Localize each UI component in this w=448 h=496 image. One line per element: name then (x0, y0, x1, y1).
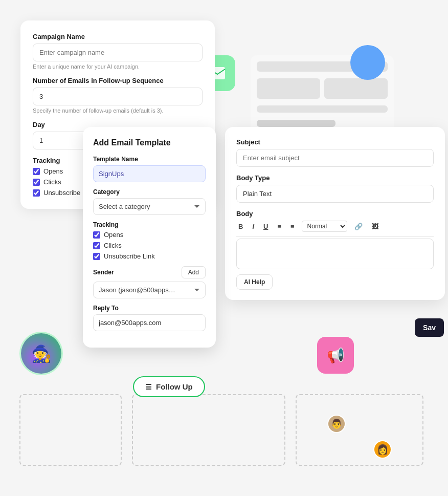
blue-circle-decoration (350, 45, 385, 80)
modal-title: Add Email Template (93, 138, 206, 147)
add-sender-button[interactable]: Add (182, 266, 206, 278)
sender-select[interactable]: Jason (jason@500apps… (93, 282, 206, 298)
preview-block-3 (324, 78, 388, 99)
sender-label: Sender (93, 269, 114, 276)
link-button[interactable]: 🔗 (352, 222, 365, 231)
modal-opens-label: Opens (104, 231, 123, 239)
modal-opens-checkbox[interactable] (93, 231, 100, 239)
modal-unsubscribe-checkbox[interactable] (93, 253, 100, 260)
unsubscribe-checkbox[interactable] (33, 189, 40, 197)
template-name-label: Template Name (93, 156, 206, 163)
body-type-select[interactable]: Plain Text (236, 185, 434, 203)
unsubscribe-label: Unsubscribe (43, 189, 80, 197)
format-select[interactable]: Normal Heading 1 Heading 2 (302, 221, 347, 232)
bold-button[interactable]: B (236, 222, 245, 231)
underline-button[interactable]: U (261, 222, 270, 231)
avatar-sm-2: 👩 (373, 440, 392, 459)
modal-clicks-checkbox[interactable] (93, 242, 100, 249)
opens-label: Opens (43, 167, 63, 175)
campaign-name-hint: Enter a unique name for your AI campaign… (33, 63, 203, 70)
ordered-list-button[interactable]: ≡ (275, 222, 283, 231)
subject-input[interactable] (236, 149, 434, 167)
modal-clicks-item[interactable]: Clicks (93, 242, 206, 249)
follow-up-label: Follow Up (156, 382, 193, 391)
right-panel: Subject Body Type Plain Text Body B I U … (225, 127, 445, 300)
ai-help-button[interactable]: AI Help (236, 274, 273, 290)
save-button[interactable]: Sav (415, 318, 444, 337)
category-select[interactable]: Select a category (93, 198, 206, 215)
dashed-box-2 (132, 394, 285, 466)
modal-tracking-group: Opens Clicks Unsubscribe Link (93, 231, 206, 260)
avatar-main: 🧙 (19, 332, 63, 375)
sequence-hint: Specify the number of follow-up emails (… (33, 107, 203, 114)
preview-block-2 (257, 78, 320, 99)
italic-button[interactable]: I (250, 222, 256, 231)
preview-block-4 (257, 105, 388, 113)
clicks-label: Clicks (43, 178, 61, 186)
reply-to-label: Reply To (93, 305, 206, 312)
sender-row: Sender Add (93, 266, 206, 278)
dashed-box-3 (296, 394, 423, 466)
unordered-list-button[interactable]: ≡ (288, 222, 297, 231)
add-email-template-modal: Add Email Template Template Name Categor… (83, 127, 216, 348)
avatar-sm-1: 👨 (327, 415, 346, 433)
template-name-input[interactable] (93, 165, 206, 182)
body-label: Body (236, 210, 434, 218)
modal-unsubscribe-label: Unsubscribe Link (104, 252, 155, 260)
body-editor[interactable] (236, 239, 434, 269)
clicks-checkbox[interactable] (33, 179, 40, 186)
dashed-box-1 (19, 394, 122, 466)
preview-block-5 (257, 120, 335, 127)
category-label: Category (93, 188, 206, 196)
reply-to-input[interactable] (93, 314, 206, 331)
campaign-name-input[interactable] (33, 44, 203, 61)
campaign-name-label: Campaign Name (33, 33, 203, 40)
modal-opens-item[interactable]: Opens (93, 231, 206, 239)
modal-tracking-label: Tracking (93, 221, 206, 228)
image-button[interactable]: 🖼 (370, 222, 380, 231)
sequence-input[interactable] (33, 88, 203, 105)
modal-unsubscribe-item[interactable]: Unsubscribe Link (93, 252, 206, 260)
subject-label: Subject (236, 138, 434, 146)
editor-toolbar: B I U ≡ ≡ Normal Heading 1 Heading 2 🔗 🖼 (236, 221, 434, 236)
follow-up-button[interactable]: ☰ Follow Up (133, 376, 205, 397)
list-icon: ☰ (145, 383, 152, 391)
megaphone-box: 📢 (317, 337, 354, 374)
body-type-label: Body Type (236, 174, 434, 182)
sequence-label: Number of Emails in Follow-up Sequence (33, 77, 203, 84)
opens-checkbox[interactable] (33, 168, 40, 175)
modal-clicks-label: Clicks (104, 242, 122, 249)
